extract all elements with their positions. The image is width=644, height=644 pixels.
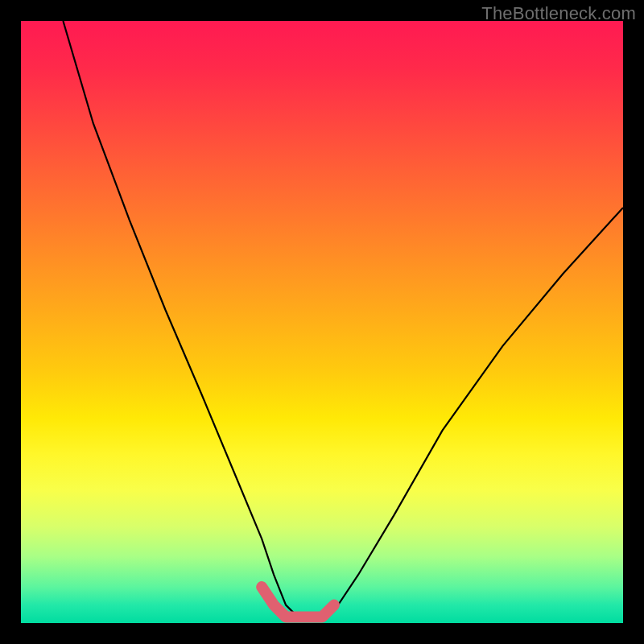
watermark-label: TheBottleneck.com <box>481 3 636 24</box>
primary-curve <box>63 21 623 617</box>
chart-frame: TheBottleneck.com <box>0 0 644 644</box>
chart-plot-area <box>21 21 623 623</box>
chart-svg <box>21 21 623 623</box>
bottom-highlight <box>262 587 334 617</box>
